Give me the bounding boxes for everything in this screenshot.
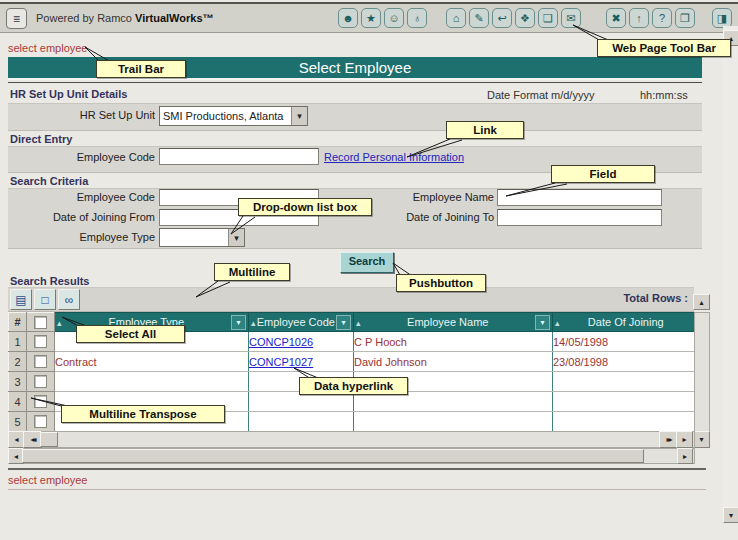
application-window: ≡ Powered by Ramco VirtualWorks™ ☻ ★ ☺ ♁… [0, 0, 738, 540]
trail-bar[interactable]: select employee [8, 42, 88, 54]
chevron-down-icon[interactable] [291, 107, 307, 125]
row-number-cell[interactable]: 5 [9, 412, 27, 432]
row-checkbox[interactable] [34, 395, 47, 408]
row-checkbox[interactable] [34, 415, 47, 428]
new-document-icon[interactable]: □ [34, 289, 56, 310]
mail-icon[interactable]: ✉ [561, 8, 581, 28]
favorites-star-icon[interactable]: ★ [361, 8, 381, 28]
select-all-cell[interactable] [27, 313, 55, 332]
date-of-joining-cell: 14/05/1998 [553, 332, 695, 352]
employee-code-cell: CONCP1026 [249, 332, 354, 352]
find-icon[interactable]: ∞ [58, 289, 80, 310]
back-icon[interactable]: ↩ [492, 8, 512, 28]
table-row: 2 Contract CONCP1027 David Johnson 23/08… [9, 352, 695, 372]
employee-type-label: Employee Type [35, 231, 155, 243]
page-scroll-down-button[interactable] [723, 507, 738, 523]
upload-icon[interactable]: ↑ [629, 8, 649, 28]
doj-to-input[interactable] [497, 209, 662, 226]
callout-field: Field [551, 165, 655, 183]
hscroll-thumb[interactable] [40, 432, 58, 447]
search-name-input[interactable] [497, 189, 662, 206]
column-filter-icon[interactable] [231, 315, 246, 330]
hscroll-thumb[interactable] [22, 449, 644, 463]
employee-name-column-header[interactable]: Employee Name [354, 313, 553, 332]
row-select-cell[interactable] [27, 392, 55, 412]
record-personal-information-link[interactable]: Record Personal Information [324, 151, 464, 163]
date-of-joining-cell [553, 412, 695, 432]
hr-setup-unit-value: SMI Productions, Atlanta [160, 110, 291, 122]
search-name-label: Employee Name [374, 191, 494, 203]
row-checkbox[interactable] [34, 335, 47, 348]
multiline-hscroll-track[interactable] [8, 431, 695, 448]
column-label: Employee Code [256, 316, 336, 328]
close-icon[interactable]: ✖ [606, 8, 626, 28]
row-select-cell[interactable] [27, 412, 55, 432]
direct-entry-code-input[interactable] [159, 148, 319, 165]
powered-by-text: Powered by Ramco VirtualWorks™ [36, 12, 214, 24]
select-all-checkbox[interactable] [34, 316, 47, 329]
toolbar-group-1: ☻ ★ ☺ ♁ [338, 8, 427, 28]
column-filter-icon[interactable] [535, 315, 550, 330]
hr-setup-unit-dropdown[interactable]: SMI Productions, Atlanta [159, 106, 308, 126]
callout-link: Link [446, 121, 524, 139]
time-format-value: hh:mm:ss [640, 89, 688, 101]
callout-web-page-tool-bar: Web Page Tool Bar [597, 39, 731, 57]
multiline-transpose-cell[interactable]: 4 [9, 392, 27, 412]
footer-divider [8, 468, 706, 470]
row-checkbox[interactable] [34, 375, 47, 388]
date-format-label: Date Format [487, 89, 548, 101]
row-number-header[interactable]: # [9, 313, 27, 332]
column-label: Employee Name [361, 316, 535, 328]
row-number-cell[interactable]: 3 [9, 372, 27, 392]
chevron-down-icon[interactable] [228, 229, 244, 246]
row-checkbox[interactable] [34, 355, 47, 368]
row-select-cell[interactable] [27, 372, 55, 392]
multiline-vscroll-track[interactable] [694, 312, 710, 433]
multiline-scroll-up-button[interactable] [693, 294, 710, 310]
page-vscroll-track[interactable] [723, 26, 738, 522]
home-icon[interactable]: ⌂ [446, 8, 466, 28]
row-select-cell[interactable] [27, 352, 55, 372]
callout-multiline-transpose: Multiline Transpose [61, 405, 225, 423]
callout-pushbutton: Pushbutton [396, 274, 486, 292]
scroll-right-button[interactable] [677, 448, 693, 464]
multiline-scroll-down-button[interactable] [693, 431, 710, 448]
footer-trail-text[interactable]: select employee [8, 474, 88, 486]
user-help-icon[interactable]: ☺ [384, 8, 404, 28]
callout-trail-bar: Trail Bar [96, 60, 186, 78]
employee-code-link[interactable]: CONCP1026 [249, 336, 313, 348]
employee-code-column-header[interactable]: Employee Code [249, 313, 354, 332]
row-number-cell[interactable]: 2 [9, 352, 27, 372]
employee-type-cell: Contract [55, 352, 249, 372]
employee-code-link[interactable]: CONCP1027 [249, 356, 313, 368]
notes-icon[interactable]: ✎ [469, 8, 489, 28]
section-hr-setup: HR Set Up Unit Details [10, 88, 127, 100]
employee-name-cell: C P Hooch [354, 332, 553, 352]
user-icon[interactable]: ☻ [338, 8, 358, 28]
callout-dropdown-list-box: Drop-down list box [238, 198, 372, 216]
callout-data-hyperlink: Data hyperlink [299, 377, 408, 395]
document-icon[interactable]: ❏ [538, 8, 558, 28]
employee-type-dropdown[interactable] [159, 228, 245, 247]
employee-code-cell [249, 412, 354, 432]
row-select-cell[interactable] [27, 332, 55, 352]
employee-code-cell: CONCP1027 [249, 352, 354, 372]
print-icon[interactable]: ▤ [10, 289, 32, 310]
section-search-results: Search Results [10, 275, 89, 287]
globe-icon[interactable]: ♁ [407, 8, 427, 28]
menu-icon[interactable]: ≡ [6, 8, 27, 29]
row-number-cell[interactable]: 1 [9, 332, 27, 352]
report-icon[interactable]: ❐ [675, 8, 695, 28]
date-of-joining-cell: 23/08/1998 [553, 352, 695, 372]
org-chart-icon[interactable]: ❖ [515, 8, 535, 28]
column-filter-icon[interactable] [336, 315, 351, 330]
brand-name: VirtualWorks™ [135, 12, 213, 24]
help-icon[interactable]: ? [652, 8, 672, 28]
scroll-right-button[interactable] [676, 431, 693, 448]
date-of-joining-column-header[interactable]: Date Of Joining [553, 313, 695, 332]
footer-underline [8, 489, 706, 490]
search-button[interactable]: Search [340, 252, 394, 273]
hr-setup-unit-label: HR Set Up Unit [35, 109, 155, 121]
exit-icon[interactable]: ◨ [712, 8, 732, 28]
title-divider [8, 82, 702, 83]
